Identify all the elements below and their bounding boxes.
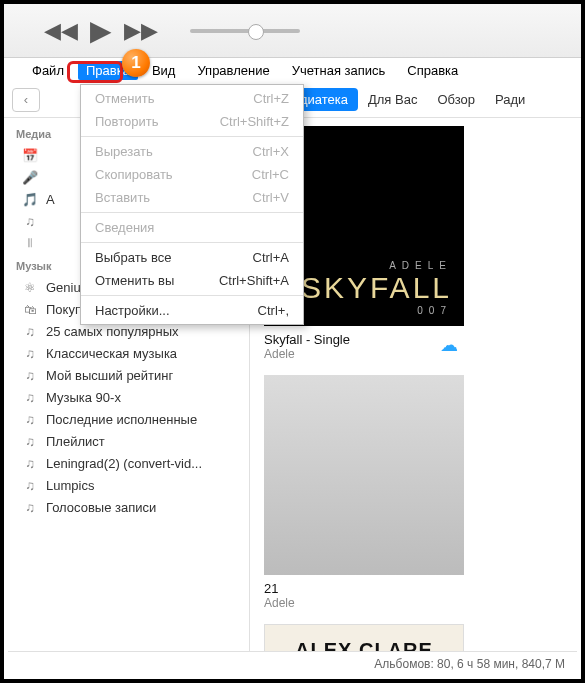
play-button[interactable]: ▶ [90, 14, 112, 47]
sidebar-icon: ♫ [22, 455, 38, 471]
dd-cut[interactable]: ВырезатьCtrl+X [81, 140, 303, 163]
sidebar-label: Lumpics [46, 478, 94, 493]
sidebar-item[interactable]: ♫Плейлист [4, 430, 249, 452]
album-artist: Adele [264, 347, 464, 361]
sidebar-icon: 📅 [22, 147, 38, 163]
sidebar-label: Плейлист [46, 434, 105, 449]
tab-browse[interactable]: Обзор [427, 88, 485, 111]
status-text: Альбомов: 80, 6 ч 58 мин, 840,7 М [374, 657, 565, 671]
sidebar-icon: 🛍 [22, 301, 38, 317]
tab-radio[interactable]: Ради [485, 88, 535, 111]
dd-deselect[interactable]: Отменить выCtrl+Shift+A [81, 269, 303, 292]
dd-info[interactable]: Сведения [81, 216, 303, 239]
menu-edit[interactable]: Правка [78, 61, 138, 80]
sidebar-label: Музыка 90-х [46, 390, 121, 405]
album-item[interactable]: 21Adele [264, 375, 464, 610]
sidebar-icon: ♫ [22, 367, 38, 383]
sidebar-icon: ♫ [22, 477, 38, 493]
cloud-download-icon[interactable]: ☁ [440, 334, 458, 356]
sidebar-icon: ♫ [22, 433, 38, 449]
sidebar-icon: ♫ [22, 213, 38, 229]
sidebar-label: Классическая музыка [46, 346, 177, 361]
sidebar-item[interactable]: ♫Lumpics [4, 474, 249, 496]
album-item[interactable]: ALEX CLARETHE LATENESS OF THE HOURThe La… [264, 624, 464, 651]
menu-file[interactable]: Файл [24, 61, 72, 80]
sidebar-icon: 🎵 [22, 191, 38, 207]
album-cover[interactable]: ALEX CLARETHE LATENESS OF THE HOUR [264, 624, 464, 651]
menu-account[interactable]: Учетная запись [284, 61, 394, 80]
sidebar-item[interactable]: ♫Музыка 90-х [4, 386, 249, 408]
album-artist: Adele [264, 596, 464, 610]
sidebar-icon: 🎤 [22, 169, 38, 185]
sidebar-icon: ⚛ [22, 279, 38, 295]
dd-redo[interactable]: ПовторитьCtrl+Shift+Z [81, 110, 303, 133]
sidebar-icon: ♫ [22, 345, 38, 361]
sidebar-icon: ♫ [22, 323, 38, 339]
menu-bar: Файл Правка Вид Управление Учетная запис… [4, 58, 581, 82]
edit-dropdown-menu: ОтменитьCtrl+Z ПовторитьCtrl+Shift+Z Выр… [80, 84, 304, 325]
sidebar-item[interactable]: ♫Классическая музыка [4, 342, 249, 364]
sidebar-item[interactable]: ♫Мой высший рейтинг [4, 364, 249, 386]
dd-paste[interactable]: ВставитьCtrl+V [81, 186, 303, 209]
album-cover[interactable] [264, 375, 464, 575]
sidebar-label: Последние исполненные [46, 412, 197, 427]
sidebar-label: Leningrad(2) (convert-vid... [46, 456, 202, 471]
sidebar-icon: ♫ [22, 499, 38, 515]
sidebar-icon: ♫ [22, 389, 38, 405]
back-button[interactable]: ‹ [12, 88, 40, 112]
sidebar-label: А [46, 192, 55, 207]
sidebar-label: 25 самых популярных [46, 324, 179, 339]
menu-help[interactable]: Справка [399, 61, 466, 80]
dd-select-all[interactable]: Выбрать всеCtrl+A [81, 246, 303, 269]
menu-controls[interactable]: Управление [189, 61, 277, 80]
album-title: 21 [264, 581, 464, 596]
tab-for-you[interactable]: Для Вас [358, 88, 427, 111]
sidebar-icon: ⫴ [22, 235, 38, 251]
dd-settings[interactable]: Настройки...Ctrl+, [81, 299, 303, 322]
previous-button[interactable]: ◀◀ [44, 18, 78, 44]
sidebar-label: Голосовые записи [46, 500, 156, 515]
next-button[interactable]: ▶▶ [124, 18, 158, 44]
sidebar-item[interactable]: ♫Leningrad(2) (convert-vid... [4, 452, 249, 474]
menu-view[interactable]: Вид [144, 61, 184, 80]
volume-slider[interactable] [190, 29, 300, 33]
player-bar: ◀◀ ▶ ▶▶ [4, 4, 581, 58]
sidebar-label: Мой высший рейтинг [46, 368, 173, 383]
dd-undo[interactable]: ОтменитьCtrl+Z [81, 87, 303, 110]
sidebar-icon: ♫ [22, 411, 38, 427]
dd-copy[interactable]: СкопироватьCtrl+C [81, 163, 303, 186]
sidebar-item[interactable]: ♫Последние исполненные [4, 408, 249, 430]
sidebar-item[interactable]: ♫Голосовые записи [4, 496, 249, 518]
album-title: Skyfall - Single [264, 332, 464, 347]
status-bar: Альбомов: 80, 6 ч 58 мин, 840,7 М [8, 651, 577, 675]
